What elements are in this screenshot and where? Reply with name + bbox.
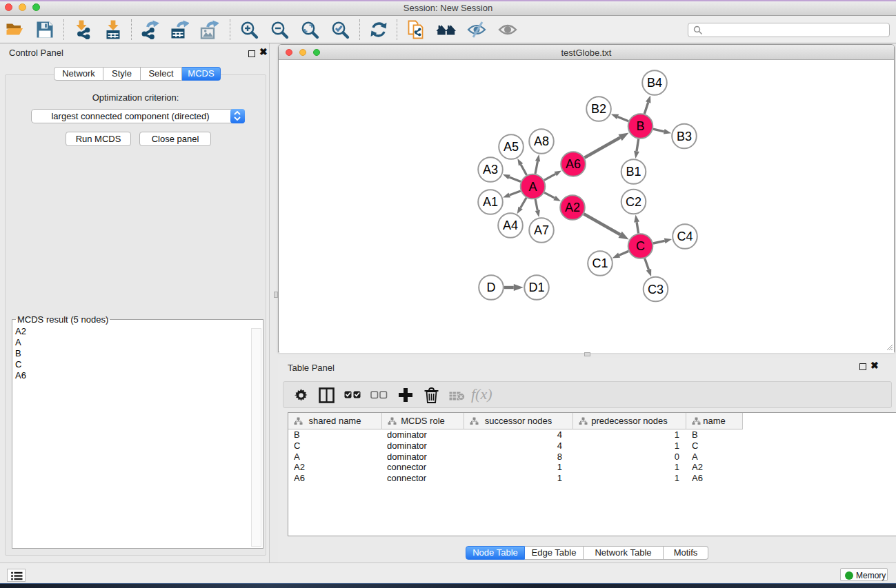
svg-text:A1: A1: [483, 195, 498, 209]
svg-text:B2: B2: [591, 102, 606, 116]
svg-text:D: D: [487, 281, 496, 294]
svg-text:A3: A3: [483, 163, 498, 176]
svg-text:C2: C2: [626, 195, 641, 209]
svg-text:A5: A5: [504, 140, 519, 154]
svg-text:A: A: [528, 180, 537, 194]
svg-text:B: B: [636, 119, 644, 133]
svg-text:A7: A7: [534, 223, 549, 237]
svg-text:B4: B4: [647, 76, 662, 90]
svg-text:C1: C1: [592, 256, 608, 270]
svg-text:A4: A4: [503, 219, 518, 232]
svg-text:C3: C3: [648, 283, 664, 296]
svg-text:B1: B1: [626, 165, 641, 179]
svg-text:A8: A8: [534, 134, 549, 148]
svg-text:C: C: [636, 239, 645, 253]
svg-text:C4: C4: [677, 230, 693, 243]
svg-text:A6: A6: [566, 157, 581, 171]
svg-text:A2: A2: [565, 201, 580, 214]
svg-text:B3: B3: [677, 130, 692, 143]
svg-text:D1: D1: [528, 281, 544, 294]
